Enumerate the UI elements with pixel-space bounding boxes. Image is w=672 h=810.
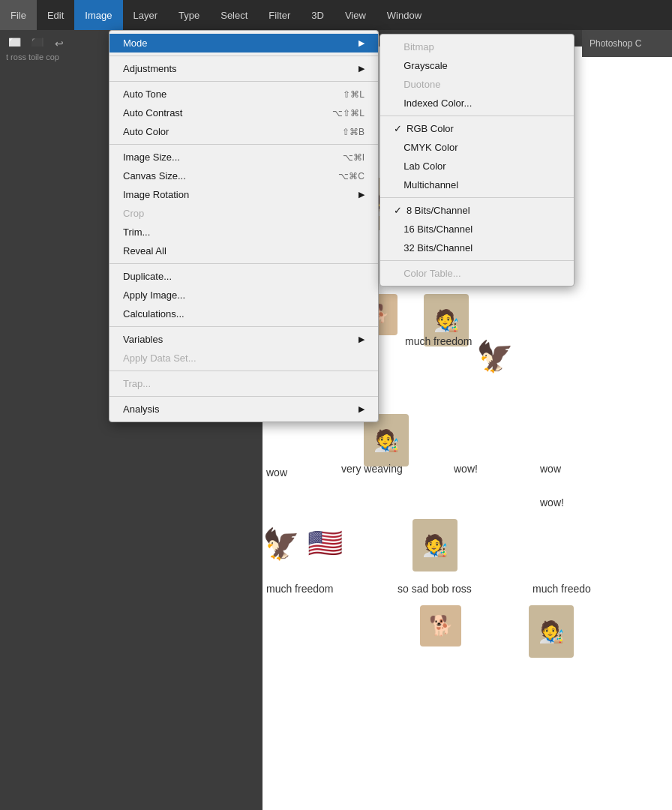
meme-text-15: much freedom [266,583,333,595]
submenu-separator-3 [380,260,574,261]
submenu-multichannel-label: Multichannel [404,179,458,190]
menu-item-auto-tone[interactable]: Auto Tone ⇧⌘L [110,85,378,104]
submenu-32bits-label: 32 Bits/Channel [404,242,472,254]
menu-item-apply-data-set: Apply Data Set... [110,349,378,368]
submenu-color-table-check [394,268,399,279]
submenu-32bits-check [394,242,399,254]
menu-item-variables-label: Variables [123,334,163,345]
submenu-16bits-check [394,224,399,235]
submenu-rgb-label: RGB Color [406,123,454,134]
submenu-lab-color[interactable]: Lab Color [380,157,574,176]
menu-item-trim[interactable]: Trim... [110,223,378,242]
menu-item-reveal-all-label: Reveal All [123,245,166,256]
menu-item-auto-contrast[interactable]: Auto Contrast ⌥⇧⌘L [110,104,378,122]
meme-text-17: much freedo [532,583,591,595]
submenu-grayscale[interactable]: Grayscale [380,56,574,75]
menubar-filter[interactable]: Filter [258,0,301,30]
menu-item-trap: Trap... [110,374,378,393]
ps-label-text: Photoshop C [590,38,641,49]
menu-item-image-rotation-arrow: ▶ [358,190,364,200]
submenu-cmyk-label: CMYK Color [404,142,458,153]
eagle-img-3: 🦅 [476,339,514,374]
menu-item-adjustments[interactable]: Adjustments ▶ [110,59,378,78]
menu-item-apply-image-label: Apply Image... [123,290,185,301]
menu-item-image-size-shortcut: ⌥⌘I [343,152,364,163]
menu-item-duplicate[interactable]: Duplicate... [110,267,378,286]
menu-item-adjustments-arrow: ▶ [358,64,364,74]
doge-img-3: 🐕 [420,605,461,646]
bobross-img-7: 🧑‍🎨 [412,519,458,572]
submenu-cmyk-check [394,142,399,153]
submenu-duotone: Duotone [380,75,574,94]
menu-item-apply-image[interactable]: Apply Image... [110,286,378,304]
menu-item-analysis[interactable]: Analysis ▶ [110,400,378,418]
submenu-32bits[interactable]: 32 Bits/Channel [380,238,574,257]
menubar-select[interactable]: Select [210,0,258,30]
menu-item-image-size-label: Image Size... [123,152,180,163]
menu-item-image-size[interactable]: Image Size... ⌥⌘I [110,148,378,166]
menu-item-crop: Crop [110,204,378,223]
menubar-file[interactable]: File [0,0,37,30]
menubar-window[interactable]: Window [376,0,432,30]
submenu-8bits[interactable]: ✓ 8 Bits/Channel [380,201,574,220]
menu-item-auto-tone-shortcut: ⇧⌘L [343,89,364,100]
menubar-layer[interactable]: Layer [123,0,169,30]
submenu-lab-check [394,160,399,172]
menu-item-calculations-label: Calculations... [123,308,184,320]
submenu-16bits[interactable]: 16 Bits/Channel [380,220,574,238]
submenu-bitmap-check [394,41,399,52]
mode-submenu: Bitmap Grayscale Duotone Indexed Color..… [380,34,574,286]
submenu-rgb-color[interactable]: ✓ RGB Color [380,119,574,138]
submenu-separator-2 [380,197,574,198]
menu-item-mode-arrow: ▶ [358,38,364,48]
menubar-edit[interactable]: Edit [37,0,74,30]
submenu-color-table-label: Color Table... [404,268,460,279]
meme-text-10: much freedom [405,335,472,347]
separator-3 [110,144,378,145]
menubar-type[interactable]: Type [168,0,210,30]
meme-text-13: very weaving [341,463,403,475]
menu-item-auto-contrast-shortcut: ⌥⇧⌘L [332,108,364,118]
menu-item-image-rotation[interactable]: Image Rotation ▶ [110,185,378,204]
menu-item-auto-color-label: Auto Color [123,126,169,137]
menu-item-variables[interactable]: Variables ▶ [110,330,378,349]
submenu-grayscale-label: Grayscale [404,60,448,71]
menu-item-crop-label: Crop [123,208,144,219]
menu-item-duplicate-label: Duplicate... [123,271,172,282]
submenu-indexed-color[interactable]: Indexed Color... [380,94,574,112]
ps-label-area: Photoshop C [582,30,672,57]
meme-text-14: wow! [454,463,478,475]
menu-item-trap-label: Trap... [123,378,151,389]
submenu-separator-1 [380,116,574,116]
submenu-cmyk-color[interactable]: CMYK Color [380,138,574,157]
submenu-multichannel-check [394,179,399,190]
menu-item-analysis-arrow: ▶ [358,404,364,414]
menu-item-auto-color[interactable]: Auto Color ⇧⌘B [110,122,378,141]
bobross-img-8: 🧑‍🎨 [529,605,574,658]
separator-1 [110,56,378,56]
menu-item-reveal-all[interactable]: Reveal All [110,242,378,260]
meme-text-12: wow [266,466,287,478]
meme-text-16: so sad bob ross [398,583,472,595]
menu-item-canvas-size[interactable]: Canvas Size... ⌥⌘C [110,166,378,185]
menu-item-apply-data-set-label: Apply Data Set... [123,352,196,364]
submenu-bitmap: Bitmap [380,38,574,56]
menu-item-mode-label: Mode [123,38,148,49]
menu-item-calculations[interactable]: Calculations... [110,304,378,323]
submenu-multichannel[interactable]: Multichannel [380,176,574,194]
menubar-view[interactable]: View [334,0,376,30]
submenu-grayscale-check [394,60,399,71]
menubar-3d[interactable]: 3D [301,0,334,30]
eagle-img-4: 🦅 [262,526,300,562]
separator-4 [110,263,378,264]
flag-img-2: 🇺🇸 [308,526,343,560]
submenu-8bits-check: ✓ [394,205,402,216]
meme-text-20: wow! [540,496,564,508]
submenu-duotone-label: Duotone [404,79,440,90]
submenu-duotone-check [394,79,399,90]
menu-item-analysis-label: Analysis [123,404,159,415]
menu-item-mode[interactable]: Mode ▶ [110,34,378,52]
menu-item-canvas-size-shortcut: ⌥⌘C [338,171,364,182]
menubar-image[interactable]: Image [74,0,122,30]
separator-7 [110,396,378,397]
